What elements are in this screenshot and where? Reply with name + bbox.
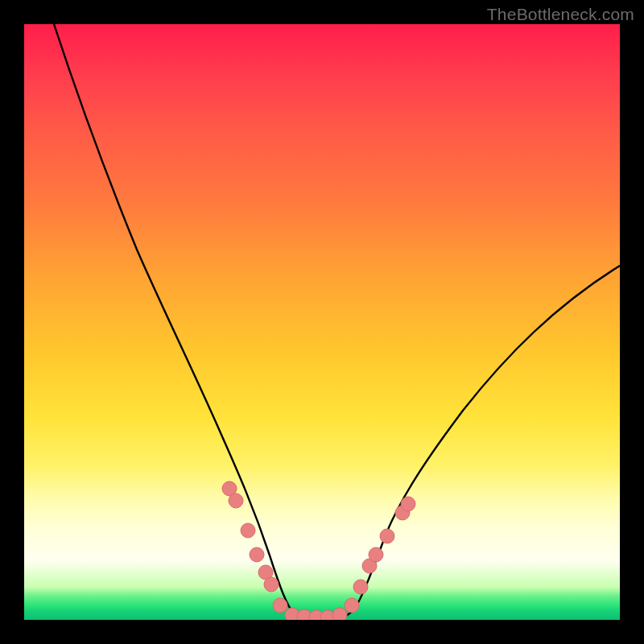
svg-point-3 [250, 547, 264, 562]
bottleneck-curve [54, 24, 620, 619]
svg-point-2 [241, 523, 255, 538]
outer-frame: TheBottleneck.com [0, 0, 644, 644]
svg-point-15 [369, 547, 383, 562]
watermark-text: TheBottleneck.com [487, 5, 634, 24]
svg-point-11 [332, 608, 347, 620]
curve-layer [24, 24, 620, 620]
svg-point-6 [273, 598, 287, 613]
svg-point-12 [345, 598, 359, 613]
plot-area [24, 24, 620, 620]
svg-point-13 [353, 580, 368, 594]
svg-point-5 [264, 577, 279, 592]
svg-point-1 [229, 493, 243, 508]
svg-point-18 [401, 497, 415, 511]
svg-point-16 [380, 529, 394, 543]
